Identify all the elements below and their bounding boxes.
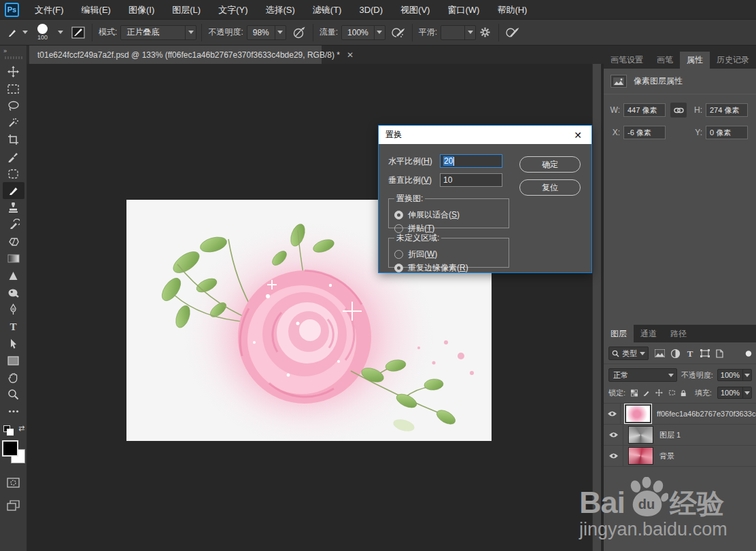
radio-selected-icon[interactable] [394, 264, 403, 272]
tab-paths[interactable]: 路径 [664, 325, 693, 342]
menu-edit[interactable]: 编辑(E) [73, 0, 120, 20]
menu-layer[interactable]: 图层(L) [163, 0, 209, 20]
lock-image-icon[interactable] [643, 389, 650, 397]
tool-gradient[interactable] [3, 250, 24, 267]
menu-type[interactable]: 文字(Y) [209, 0, 256, 20]
tab-channels[interactable]: 通道 [634, 325, 664, 342]
ok-button[interactable]: 确定 [519, 156, 581, 173]
radio-selected-icon[interactable] [394, 211, 403, 219]
foreground-color-swatch[interactable] [2, 440, 18, 457]
tool-type[interactable]: T [3, 318, 24, 335]
lock-transparency-icon[interactable] [631, 389, 638, 397]
toolbar-grip[interactable] [5, 56, 22, 59]
layer-row-3[interactable]: 背景 [604, 446, 756, 467]
swap-colors-icon[interactable]: ⇄ [18, 424, 24, 433]
tool-dodge[interactable] [3, 284, 24, 301]
opacity-select[interactable]: 98% [247, 25, 286, 40]
dialog-close-icon[interactable]: ✕ [571, 130, 585, 141]
menu-filter[interactable]: 滤镜(T) [304, 0, 351, 20]
tool-clone-stamp[interactable] [3, 199, 24, 216]
vertical-scale-input[interactable]: 10 [440, 173, 502, 187]
smoothing-options-button[interactable] [476, 24, 494, 41]
visibility-toggle[interactable] [604, 446, 623, 466]
brush-preset-button[interactable]: 100 [37, 24, 48, 41]
lock-all-icon[interactable] [681, 389, 686, 397]
layer-thumbnail[interactable] [628, 447, 653, 465]
smoothing-select[interactable] [441, 25, 476, 40]
tool-history-brush[interactable] [3, 216, 24, 233]
stretch-to-fit-option[interactable]: 伸展以适合(S) [394, 209, 503, 221]
tab-brushes[interactable]: 画笔 [650, 52, 680, 69]
tab-properties[interactable]: 属性 [680, 52, 710, 69]
y-input[interactable]: 0 像素 [706, 126, 748, 139]
fill-input[interactable]: 100% [717, 387, 752, 399]
tool-rectangular-marquee[interactable] [3, 80, 24, 97]
default-colors-button[interactable]: ⇄ [3, 425, 17, 436]
visibility-toggle[interactable] [604, 425, 623, 445]
tool-healing-brush[interactable] [3, 165, 24, 182]
visibility-toggle[interactable] [604, 404, 621, 424]
pressure-opacity-button[interactable] [290, 24, 308, 41]
tool-eyedropper[interactable] [3, 148, 24, 165]
edit-toolbar-button[interactable] [3, 403, 24, 420]
menu-file[interactable]: 文件(F) [26, 0, 73, 20]
filter-shape-layers-icon[interactable] [700, 349, 710, 357]
repeat-edge-pixels-option[interactable]: 重复边缘像素(R) [394, 262, 503, 274]
menu-image[interactable]: 图像(I) [120, 0, 163, 20]
menu-window[interactable]: 窗口(W) [439, 0, 488, 20]
blend-mode-select[interactable]: 正片叠底 [120, 25, 196, 40]
horizontal-scale-input[interactable]: 20 [440, 154, 502, 168]
tool-hand[interactable] [3, 369, 24, 386]
toggle-brush-panel-button[interactable] [69, 24, 87, 41]
layer-row-1[interactable]: ff06fec1a46b2767e370f3633c4bde [604, 404, 756, 425]
layer-name[interactable]: 图层 1 [659, 430, 681, 440]
tool-brush[interactable] [3, 182, 24, 199]
airbrush-button[interactable] [390, 24, 407, 41]
close-document-icon[interactable]: ✕ [347, 50, 354, 60]
wrap-around-option[interactable]: 折回(W) [394, 249, 503, 260]
lock-position-icon[interactable] [655, 388, 663, 397]
height-input[interactable]: 274 像素 [706, 103, 748, 117]
document-tab[interactable]: t01e624fccf249a7a2f.psd @ 133% (ff06fec1… [29, 46, 322, 64]
layer-opacity-input[interactable]: 100% [717, 369, 752, 381]
dialog-title-bar[interactable]: 置换 ✕ [379, 126, 591, 144]
layer-thumbnail[interactable] [625, 405, 651, 423]
tool-crop[interactable] [3, 131, 24, 148]
layer-name[interactable]: 背景 [659, 451, 674, 461]
tool-eraser[interactable] [3, 233, 24, 250]
menu-3d[interactable]: 3D(D) [350, 0, 392, 20]
tool-lasso[interactable] [3, 97, 24, 114]
reset-button[interactable]: 复位 [519, 179, 581, 196]
tool-magic-wand[interactable] [3, 114, 24, 131]
tool-preset-picker[interactable] [7, 26, 28, 39]
tool-path-selection[interactable] [3, 335, 24, 352]
filter-kind-select[interactable]: 类型 [608, 346, 649, 360]
layer-name[interactable]: ff06fec1a46b2767e370f3633c4bde [657, 410, 756, 418]
layer-blend-mode-select[interactable]: 正常 [608, 368, 677, 382]
menu-select[interactable]: 选择(S) [256, 0, 303, 20]
flow-select[interactable]: 100% [341, 25, 385, 40]
toolbar-collapse-button[interactable]: » [3, 48, 7, 54]
filter-adjustment-layers-icon[interactable] [671, 349, 680, 358]
lock-artboard-icon[interactable] [668, 389, 676, 397]
filter-clipped-icon[interactable] [745, 349, 752, 358]
tool-move[interactable] [3, 63, 24, 80]
layer-row-2[interactable]: 图层 1 [604, 425, 756, 446]
tool-blur[interactable] [3, 267, 24, 284]
tab-brush-settings[interactable]: 画笔设置 [604, 52, 650, 69]
color-swatches[interactable] [2, 440, 25, 463]
pressure-size-button[interactable] [504, 24, 521, 41]
tool-pen[interactable] [3, 301, 24, 318]
quick-mask-button[interactable] [3, 474, 24, 491]
filter-type-layers-icon[interactable]: T [686, 349, 694, 357]
tab-history[interactable]: 历史记录 [710, 52, 756, 69]
tool-zoom[interactable] [3, 386, 24, 403]
menu-help[interactable]: 帮助(H) [488, 0, 536, 20]
link-dimensions-button[interactable] [670, 103, 687, 118]
tool-rectangle-shape[interactable] [3, 352, 24, 369]
x-input[interactable]: -6 像素 [623, 126, 666, 139]
radio-icon[interactable] [394, 250, 403, 259]
filter-smart-objects-icon[interactable] [716, 349, 723, 358]
menu-view[interactable]: 视图(V) [392, 0, 439, 20]
screen-mode-button[interactable] [3, 497, 24, 514]
